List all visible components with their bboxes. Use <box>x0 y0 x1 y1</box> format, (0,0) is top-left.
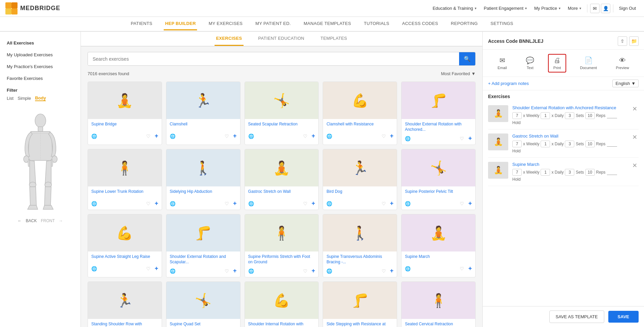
upload-icon-btn[interactable]: ⇧ <box>618 36 627 46</box>
globe-icon[interactable]: 🌐 <box>91 133 97 139</box>
add-icon[interactable]: + <box>155 200 158 207</box>
action-print[interactable]: 🖨 Print <box>548 54 567 72</box>
globe-icon[interactable]: 🌐 <box>170 201 175 206</box>
sidebar-item-my-practice[interactable]: My Practice's Exercises <box>0 61 80 72</box>
exercise-name[interactable]: Gastroc Stretch on Wall <box>245 186 319 199</box>
folder-icon-btn[interactable]: 📁 <box>629 36 639 46</box>
add-icon[interactable]: + <box>468 135 472 142</box>
remove-exercise-button[interactable]: ✕ <box>631 105 639 113</box>
exercise-card[interactable]: 🦵 Side Stepping with Resistance at Ankle… <box>323 281 397 327</box>
exercise-name[interactable]: Sidelying Hip Abduction <box>166 186 240 199</box>
add-icon[interactable]: + <box>155 265 158 272</box>
nav-my-exercises[interactable]: MY EXERCISES <box>207 18 244 30</box>
exercise-name[interactable]: Supine Active Straight Leg Raise <box>88 251 162 264</box>
globe-icon[interactable]: 🌐 <box>170 268 175 274</box>
globe-icon[interactable]: 🌐 <box>91 201 97 206</box>
exercise-list-name[interactable]: Gastroc Stretch on Wall <box>512 133 625 139</box>
remove-exercise-button[interactable]: ✕ <box>631 133 639 141</box>
exercise-card[interactable]: 🧍 Supine Piriformis Stretch with Foot on… <box>245 214 319 277</box>
exercise-card[interactable]: 🚶 Sidelying Hip Abduction 🌐 ♡ + <box>166 149 240 210</box>
heart-icon[interactable]: ♡ <box>303 133 308 139</box>
globe-icon[interactable]: 🌐 <box>326 268 332 274</box>
globe-icon[interactable]: 🌐 <box>405 136 411 141</box>
heart-icon[interactable]: ♡ <box>146 133 151 139</box>
exercise-name[interactable]: Supine Posterior Pelvic Tilt <box>401 186 475 199</box>
exercise-name[interactable]: Supine Transversus Abdominis Bracing -..… <box>323 251 397 266</box>
exercise-list-name[interactable]: Supine March <box>512 162 625 167</box>
filter-mode-list[interactable]: List <box>7 96 13 101</box>
exercise-card[interactable]: 🚶 Supine Transversus Abdominis Bracing -… <box>323 214 397 277</box>
add-icon[interactable]: + <box>468 200 472 207</box>
daily-val[interactable]: 1 <box>541 169 550 176</box>
globe-icon[interactable]: 🌐 <box>405 201 411 206</box>
heart-icon[interactable]: ♡ <box>382 201 386 206</box>
heart-icon[interactable]: ♡ <box>225 268 229 274</box>
add-icon[interactable]: + <box>468 265 472 272</box>
weekly-val[interactable]: 7 <box>512 141 522 147</box>
filter-mode-simple[interactable]: Simple <box>18 96 31 101</box>
action-preview[interactable]: 👁 Preview <box>611 54 635 72</box>
globe-icon[interactable]: 🌐 <box>326 133 332 139</box>
sidebar-item-my-uploaded[interactable]: My Uploaded Exercises <box>0 49 80 61</box>
exercise-name[interactable]: Supine Piriformis Stretch with Foot on G… <box>245 251 319 266</box>
hold-val[interactable] <box>607 170 617 175</box>
nav-more[interactable]: More ▼ <box>565 4 585 12</box>
add-icon[interactable]: + <box>390 132 394 140</box>
nav-my-practice[interactable]: My Practice ▼ <box>532 4 564 12</box>
exercise-name[interactable]: Standing Shoulder Row with Anchored... <box>88 319 162 327</box>
nav-my-patient-ed[interactable]: MY PATIENT ED. <box>254 18 292 30</box>
hold-val[interactable] <box>607 142 617 147</box>
add-icon[interactable]: + <box>155 132 158 140</box>
exercise-card[interactable]: 💪 Supine Active Straight Leg Raise 🌐 ♡ + <box>88 214 162 277</box>
add-icon[interactable]: + <box>233 267 237 274</box>
add-notes-link[interactable]: + Add program notes <box>488 81 529 86</box>
save-template-button[interactable]: SAVE AS TEMPLATE <box>549 310 604 323</box>
exercise-card[interactable]: 🧍 Seated Cervical Retraction 🌐 ♡ + <box>401 281 476 327</box>
exercise-card[interactable]: 🧘 Supine March 🌐 ♡ + <box>401 214 476 277</box>
search-button[interactable]: 🔍 <box>459 52 475 65</box>
heart-icon[interactable]: ♡ <box>382 133 386 139</box>
exercise-card[interactable]: 🧘 Gastroc Stretch on Wall 🌐 ♡ + <box>245 149 319 210</box>
nav-patients[interactable]: PATIENTS <box>129 18 154 30</box>
exercise-card[interactable]: 🏃 Standing Shoulder Row with Anchored...… <box>88 281 162 327</box>
globe-icon[interactable]: 🌐 <box>326 201 332 206</box>
nav-reporting[interactable]: REPORTING <box>450 18 479 30</box>
heart-icon[interactable]: ♡ <box>303 268 308 274</box>
exercise-card[interactable]: 🤸 Supine Posterior Pelvic Tilt 🌐 ♡ + <box>401 149 476 210</box>
exercise-name[interactable]: Clamshell <box>166 119 240 131</box>
nav-tutorials[interactable]: TUTORIALS <box>362 18 390 30</box>
heart-icon[interactable]: ♡ <box>382 268 386 274</box>
search-input[interactable] <box>88 53 459 65</box>
exercise-card[interactable]: 🦵 Shoulder External Rotation and Scapula… <box>166 214 240 277</box>
sets-val[interactable]: 3 <box>565 141 574 147</box>
nav-education-training[interactable]: Education & Training ▼ <box>430 4 480 12</box>
sidebar-item-all-exercises[interactable]: All Exercises <box>0 37 80 49</box>
action-text[interactable]: 💬 Text <box>520 54 540 72</box>
exercise-name[interactable]: Seated Scapular Retraction <box>245 119 319 131</box>
add-icon[interactable]: + <box>312 267 315 274</box>
add-icon[interactable]: + <box>312 132 315 140</box>
tab-exercises[interactable]: EXERCISES <box>215 32 243 46</box>
hold-val[interactable] <box>607 113 617 118</box>
sidebar-item-favorite[interactable]: Favorite Exercises <box>0 72 80 84</box>
exercise-list-name[interactable]: Shoulder External Rotation with Anchored… <box>512 105 625 110</box>
globe-icon[interactable]: 🌐 <box>248 133 254 139</box>
exercise-name[interactable]: Side Stepping with Resistance at Ankles <box>323 319 397 327</box>
globe-icon[interactable]: 🌐 <box>170 133 175 139</box>
exercise-name[interactable]: Supine Bridge <box>88 119 162 131</box>
heart-icon[interactable]: ♡ <box>225 133 229 139</box>
exercise-name[interactable]: Seated Cervical Retraction <box>401 319 475 327</box>
nav-patient-engagement[interactable]: Patient Engagement ▼ <box>481 4 530 12</box>
weekly-val[interactable]: 7 <box>512 169 522 176</box>
exercise-name[interactable]: Bird Dog <box>323 186 397 199</box>
sign-out-link[interactable]: Sign Out <box>616 4 639 12</box>
nav-settings[interactable]: SETTINGS <box>489 18 514 30</box>
exercise-card[interactable]: 🤸 Seated Scapular Retraction 🌐 ♡ + <box>245 82 319 145</box>
globe-icon[interactable]: 🌐 <box>405 266 411 271</box>
exercise-name[interactable]: Supine Lower Trunk Rotation <box>88 186 162 199</box>
add-icon[interactable]: + <box>233 132 237 140</box>
heart-icon[interactable]: ♡ <box>146 266 151 271</box>
heart-icon[interactable]: ♡ <box>460 201 464 206</box>
nav-access-codes[interactable]: ACCESS CODES <box>401 18 440 30</box>
heart-icon[interactable]: ♡ <box>225 201 229 206</box>
